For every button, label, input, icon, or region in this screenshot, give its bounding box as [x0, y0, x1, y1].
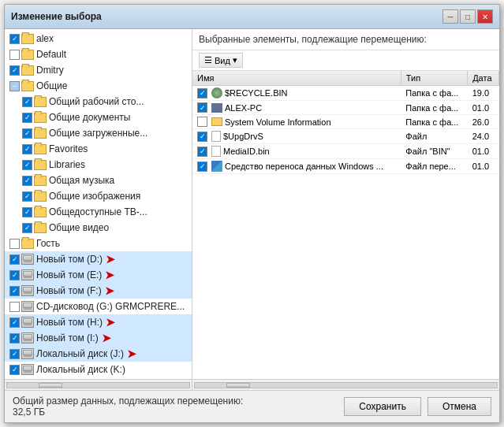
tree-item-label: Общие документы	[49, 112, 130, 123]
tree-item[interactable]: ✓Общедоступные ТВ-...	[5, 204, 192, 220]
tree-item-label: Новый том (D:)	[36, 254, 103, 265]
tree-item[interactable]: ✓Общие загруженные...	[5, 125, 192, 141]
tree-checkbox[interactable]: ✓	[9, 270, 20, 280]
scroll-thumb[interactable]	[39, 383, 62, 388]
table-row[interactable]: ✓Средство переноса данных Windows ...Фай…	[192, 159, 499, 174]
table-row[interactable]: ✓$RECYCLE.BINПапка с фа...19.0	[192, 86, 499, 101]
close-button[interactable]: ✕	[477, 9, 493, 24]
tree-checkbox[interactable]: ✓	[9, 286, 20, 296]
tree-item-label: alex	[36, 33, 54, 44]
right-scrollbar-bottom[interactable]	[192, 379, 499, 390]
arrow-icon: ➤	[106, 253, 115, 265]
tree-checkbox[interactable]	[9, 239, 20, 249]
tree-item[interactable]: ✓Новый том (E:)➤	[5, 267, 192, 283]
folder-icon	[34, 223, 47, 233]
tree-item[interactable]: ✓Общие документы	[5, 110, 192, 125]
recycle-icon	[211, 87, 222, 98]
file-date-cell: 26.0	[468, 115, 499, 129]
tree-item-label: Favorites	[49, 143, 88, 154]
tree-checkbox[interactable]	[9, 50, 20, 60]
tree-item[interactable]: ✓Favorites	[5, 141, 192, 157]
col-name[interactable]: Имя	[192, 71, 401, 86]
file-checkbox[interactable]	[197, 117, 207, 127]
tree-checkbox[interactable]: ✓	[22, 128, 32, 139]
right-header: Выбранные элементы, подлежащие перемещен…	[192, 29, 499, 50]
tree-item[interactable]: ✓Новый том (I:)➤	[5, 330, 192, 346]
tree-item[interactable]: Default	[5, 46, 192, 62]
file-checkbox[interactable]: ✓	[197, 102, 207, 113]
col-date[interactable]: Дата	[468, 71, 499, 86]
tree-checkbox[interactable]: ✓	[22, 207, 32, 217]
col-type[interactable]: Тип	[401, 71, 467, 86]
file-checkbox[interactable]: ✓	[197, 88, 207, 98]
tree-checkbox[interactable]: ✓	[22, 144, 32, 154]
tree-checkbox[interactable]: ✓	[22, 191, 32, 202]
tree-checkbox[interactable]: ✓	[9, 349, 20, 359]
maximize-button[interactable]: □	[460, 9, 476, 24]
tree-item-label: Общие видео	[49, 222, 109, 233]
tree-item[interactable]: ✓Общая музыка	[5, 173, 192, 188]
tree-checkbox[interactable]: ─	[9, 81, 20, 91]
tree-item[interactable]: ✓Общие видео	[5, 220, 192, 236]
content-area: ✓alexDefault✓Dmitry─Общие✓Общий рабочий …	[5, 29, 499, 390]
tree-item[interactable]: Гость	[5, 236, 192, 251]
table-row[interactable]: ✓ALEX-PCПапка с фа...01.0	[192, 101, 499, 115]
tree-checkbox[interactable]: ✓	[22, 113, 32, 123]
tree-checkbox[interactable]: ✓	[9, 65, 20, 76]
tree-checkbox[interactable]: ✓	[22, 97, 32, 107]
minimize-button[interactable]: ─	[442, 9, 458, 24]
tree-item[interactable]: ✓Общий рабочий сто...	[5, 94, 192, 110]
folder-icon	[34, 191, 47, 202]
right-scroll-track[interactable]	[194, 382, 498, 388]
tree-item[interactable]: ✓Новый том (F:)➤	[5, 283, 192, 299]
tree-checkbox[interactable]: ✓	[9, 34, 20, 44]
tree-item[interactable]: CD-дисковод (G:) GRMCPRERE...	[5, 299, 192, 314]
tree-item[interactable]: ✓Libraries	[5, 157, 192, 173]
tree-item[interactable]: ✓Локальный диск (K:)	[5, 362, 192, 377]
tree-item-label: Dmitry	[36, 65, 64, 76]
table-row[interactable]: ✓MediaID.binФайл "BIN"01.0	[192, 144, 499, 159]
tree-item-label: Новый том (H:)	[36, 317, 103, 328]
tree-item[interactable]: ✓Новый том (H:)➤	[5, 314, 192, 330]
tree-item[interactable]: ✓Общие изображения	[5, 188, 192, 204]
tree-checkbox[interactable]: ✓	[22, 160, 32, 170]
tree-item-label: Общедоступные ТВ-...	[49, 206, 147, 217]
file-table[interactable]: Имя Тип Дата ✓$RECYCLE.BINПапка с фа...1…	[192, 71, 499, 379]
folder-icon	[21, 34, 34, 44]
left-scrollbar-bottom[interactable]	[5, 379, 192, 390]
tree-checkbox[interactable]: ✓	[9, 333, 20, 343]
tree-item-label: Новый том (I:)	[36, 332, 99, 343]
folder-icon	[211, 117, 222, 126]
save-button[interactable]: Сохранить	[344, 397, 421, 416]
file-checkbox[interactable]: ✓	[197, 162, 207, 172]
tree-item[interactable]: ✓alex	[5, 31, 192, 46]
tree-checkbox[interactable]: ✓	[9, 317, 20, 328]
file-checkbox[interactable]: ✓	[197, 132, 207, 142]
file-checkbox[interactable]: ✓	[197, 147, 207, 157]
tree-scroll[interactable]: ✓alexDefault✓Dmitry─Общие✓Общий рабочий …	[5, 29, 192, 379]
drive-icon	[21, 254, 34, 265]
tree-checkbox[interactable]: ✓	[9, 254, 20, 265]
tree-checkbox[interactable]: ✓	[22, 176, 32, 186]
folder-icon	[34, 160, 47, 170]
tree-checkbox[interactable]: ✓	[9, 365, 20, 375]
drive-icon	[21, 269, 34, 280]
tree-item[interactable]: ✓Новый том (D:)➤	[5, 251, 192, 267]
tree-checkbox[interactable]	[9, 302, 20, 312]
right-scroll-thumb[interactable]	[226, 383, 250, 388]
tree-item-label: Общие загруженные...	[49, 128, 147, 139]
file-date-cell: 19.0	[468, 86, 499, 101]
table-row[interactable]: System Volume InformationПапка с фа...26…	[192, 115, 499, 129]
file-name: $RECYCLE.BIN	[225, 88, 287, 98]
table-row[interactable]: ✓$UpgDrvSФайл24.0	[192, 129, 499, 144]
tree-item[interactable]: ✓Локальный диск (J:)➤	[5, 346, 192, 362]
tree-checkbox[interactable]: ✓	[22, 223, 32, 233]
tree-item[interactable]: ✓Dmitry	[5, 62, 192, 78]
cancel-button[interactable]: Отмена	[427, 397, 491, 416]
scroll-track[interactable]	[6, 382, 190, 388]
file-type-cell: Папка с фа...	[401, 115, 467, 129]
view-icon: ☰	[204, 55, 212, 65]
tree-item[interactable]: ─Общие	[5, 78, 192, 94]
view-button[interactable]: ☰ Вид ▾	[199, 53, 243, 68]
file-icon	[211, 131, 221, 142]
